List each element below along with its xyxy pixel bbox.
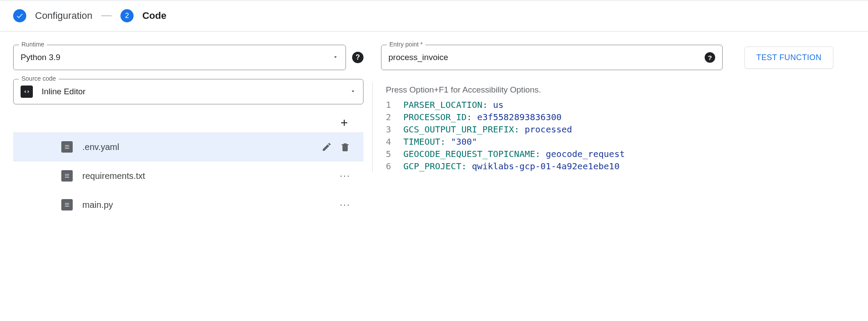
code-lines[interactable]: PARSER_LOCATION: us PROCESSOR_ID: e3f558… <box>403 98 625 172</box>
file-item-env-yaml[interactable]: .env.yaml <box>13 132 363 161</box>
step-done-icon <box>13 9 26 22</box>
dropdown-icon <box>332 54 339 61</box>
rename-icon[interactable] <box>321 142 332 152</box>
file-list: .env.yaml requirements.txt ··· <box>13 132 363 219</box>
dropdown-icon <box>350 88 356 96</box>
runtime-value: Python 3.9 <box>21 53 332 62</box>
file-name: requirements.txt <box>82 171 330 181</box>
runtime-select[interactable]: Runtime Python 3.9 <box>13 45 346 70</box>
line-gutter: 1 2 3 4 5 6 <box>373 98 403 172</box>
source-code-value: Inline Editor <box>42 87 350 96</box>
file-item-main-py[interactable]: main.py ··· <box>13 190 363 219</box>
step-code-label[interactable]: Code <box>142 10 166 21</box>
file-icon <box>61 199 73 210</box>
file-name: .env.yaml <box>82 142 312 152</box>
file-item-requirements[interactable]: requirements.txt ··· <box>13 161 363 190</box>
source-code-select[interactable]: Source code Inline Editor <box>13 79 363 104</box>
add-file-button[interactable] <box>338 117 350 129</box>
step-configuration-label[interactable]: Configuration <box>35 10 92 21</box>
delete-icon[interactable] <box>340 142 350 152</box>
more-icon[interactable]: ··· <box>340 171 350 181</box>
a11y-hint: Press Option+F1 for Accessibility Option… <box>373 82 855 98</box>
more-icon[interactable]: ··· <box>340 200 350 210</box>
entry-point-label: Entry point * <box>387 41 425 48</box>
code-editor[interactable]: 1 2 3 4 5 6 PARSER_LOCATION: us PROCESSO… <box>373 98 855 172</box>
file-icon <box>61 141 73 153</box>
step-separator <box>101 15 112 16</box>
file-icon <box>61 170 73 182</box>
test-function-button[interactable]: TEST FUNCTION <box>745 46 833 69</box>
stepper: Configuration 2 Code <box>0 0 868 32</box>
entry-point-value: process_invoice <box>388 53 699 62</box>
source-code-label: Source code <box>19 75 59 82</box>
inline-editor-icon <box>21 86 33 98</box>
file-name: main.py <box>82 200 330 210</box>
entry-point-input[interactable]: Entry point * process_invoice ? <box>381 45 723 70</box>
entry-point-help-icon[interactable]: ? <box>705 52 715 63</box>
runtime-label: Runtime <box>19 41 47 48</box>
runtime-help-icon[interactable]: ? <box>352 52 363 63</box>
step-number-badge: 2 <box>120 9 134 22</box>
